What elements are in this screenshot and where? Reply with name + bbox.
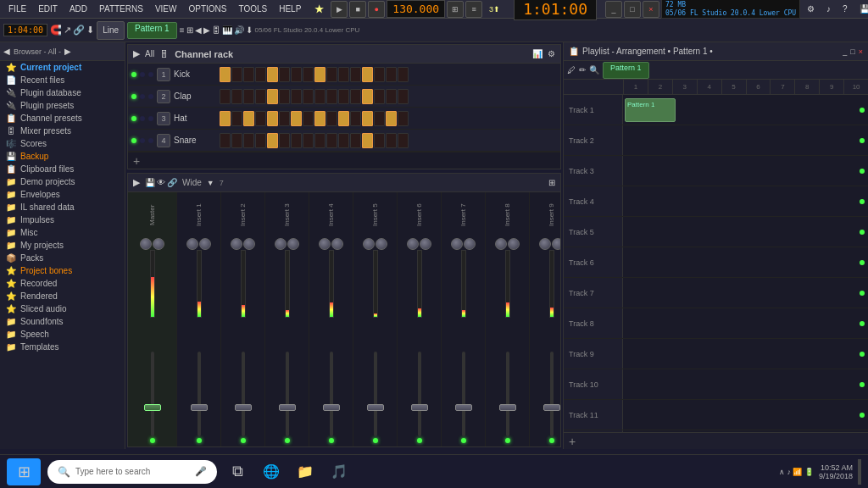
mixer-fader-handle-7[interactable] — [455, 404, 472, 411]
playlist-tool3[interactable]: 🔍 — [589, 65, 599, 75]
pad-2-9[interactable] — [326, 111, 337, 126]
sidebar-item-20[interactable]: 📁Soundfonts — [0, 315, 125, 328]
mixer-save-icon[interactable]: 💾 — [145, 178, 155, 187]
channel-mute-3[interactable] — [140, 138, 145, 143]
pad-1-9[interactable] — [326, 89, 337, 104]
sidebar-item-2[interactable]: 🔌Plugin database — [0, 86, 125, 99]
pad-0-9[interactable] — [326, 67, 337, 82]
mixer-pan-8[interactable] — [508, 238, 520, 250]
pad-0-8[interactable] — [314, 67, 326, 82]
mixer-fader-handle-6[interactable] — [411, 404, 428, 411]
icon-down[interactable]: ⬇ — [86, 25, 94, 36]
mixer-knob-8[interactable] — [495, 238, 507, 250]
sidebar-item-14[interactable]: 📁My projects — [0, 239, 125, 252]
icon-collapse[interactable]: ◀ — [195, 25, 202, 35]
sidebar-item-17[interactable]: ⭐Recorded — [0, 277, 125, 290]
mixer-mode-label[interactable]: Wide — [182, 178, 202, 187]
chrome-icon[interactable]: 🌐 — [258, 458, 285, 485]
pad-2-11[interactable] — [350, 111, 361, 126]
pad-1-7[interactable] — [303, 89, 314, 104]
mixer-knob-4[interactable] — [319, 238, 331, 250]
pad-2-14[interactable] — [386, 111, 397, 126]
mixer-arrow[interactable]: ▶ — [133, 177, 140, 188]
pad-3-12[interactable] — [362, 133, 373, 148]
icon-help[interactable]: ? — [837, 3, 853, 15]
pad-1-15[interactable] — [398, 89, 409, 104]
pad-0-13[interactable] — [374, 67, 385, 82]
channel-mute-0[interactable] — [140, 72, 145, 77]
explorer-icon[interactable]: 📁 — [292, 458, 319, 485]
sidebar-item-12[interactable]: 📁Impulses — [0, 214, 125, 226]
pad-0-5[interactable] — [279, 67, 290, 82]
playlist-track-content-11[interactable] — [623, 430, 868, 432]
mixer-knob-9[interactable] — [539, 238, 551, 250]
mixer-view-icon[interactable]: 👁 — [157, 178, 165, 187]
pad-3-13[interactable] — [374, 133, 385, 148]
sidebar-item-13[interactable]: 📁Misc — [0, 226, 125, 239]
playlist-min-icon[interactable]: _ — [843, 47, 847, 56]
mixer-knob-1[interactable] — [186, 238, 198, 250]
pad-1-0[interactable] — [220, 89, 231, 104]
pad-0-1[interactable] — [231, 67, 242, 82]
record-button[interactable]: ● — [368, 1, 385, 18]
mixer-active-led-5[interactable] — [373, 438, 378, 443]
playlist-track-content-5[interactable] — [623, 247, 868, 277]
mixer-active-led-9[interactable] — [549, 438, 554, 443]
sidebar-item-5[interactable]: 🎛Mixer presets — [0, 125, 125, 137]
sidebar-item-4[interactable]: 📋Channel presets — [0, 112, 125, 125]
mixer-knob-7[interactable] — [451, 238, 463, 250]
channel-solo-0[interactable] — [148, 72, 153, 77]
channel-led-2[interactable] — [131, 116, 136, 121]
pad-2-5[interactable] — [279, 111, 290, 126]
mixer-active-led-1[interactable] — [197, 438, 202, 443]
mixer-fader-handle-4[interactable] — [323, 404, 340, 411]
mixer-pan-1[interactable] — [199, 238, 211, 250]
menu-tools[interactable]: TOOLS — [233, 3, 272, 15]
pad-1-12[interactable] — [362, 89, 373, 104]
pad-2-10[interactable] — [338, 111, 349, 126]
playlist-track-content-7[interactable] — [623, 308, 868, 338]
pad-3-8[interactable] — [314, 133, 326, 148]
channel-rack-arrow[interactable]: ▶ — [133, 48, 140, 59]
channel-mute-2[interactable] — [140, 116, 145, 121]
pad-3-10[interactable] — [338, 133, 349, 148]
pad-1-11[interactable] — [350, 89, 361, 104]
pad-3-5[interactable] — [279, 133, 290, 148]
pad-1-2[interactable] — [243, 89, 254, 104]
mixer-fader-handle-3[interactable] — [279, 404, 296, 411]
pad-2-15[interactable] — [398, 111, 409, 126]
playlist-track-content-6[interactable] — [623, 278, 868, 308]
sidebar-item-0[interactable]: ⭐Current project — [0, 61, 125, 74]
playlist-close-icon[interactable]: × — [859, 47, 863, 56]
mixer-pan-3[interactable] — [287, 238, 299, 250]
mixer-pan-9[interactable] — [552, 238, 560, 250]
mixer-link-icon[interactable]: 🔗 — [167, 178, 177, 187]
playlist-track-content-10[interactable] — [623, 400, 868, 430]
pad-3-7[interactable] — [303, 133, 314, 148]
icon-save[interactable]: 💾 — [854, 3, 868, 15]
pad-3-11[interactable] — [350, 133, 361, 148]
pad-0-2[interactable] — [243, 67, 254, 82]
mixer-fader-handle-1[interactable] — [191, 404, 208, 411]
pad-1-13[interactable] — [374, 89, 385, 104]
pad-3-2[interactable] — [243, 133, 254, 148]
mixer-knob-0[interactable] — [140, 238, 152, 250]
channel-led-1[interactable] — [131, 94, 136, 99]
pad-1-10[interactable] — [338, 89, 349, 104]
sidebar-item-15[interactable]: 📦Packs — [0, 252, 125, 264]
pad-2-1[interactable] — [231, 111, 242, 126]
pad-3-0[interactable] — [220, 133, 231, 148]
playlist-track-content-2[interactable] — [623, 156, 868, 186]
menu-add[interactable]: ADD — [64, 3, 92, 15]
menu-patterns[interactable]: PATTERNS — [94, 3, 148, 15]
playlist-max-icon[interactable]: □ — [850, 47, 854, 56]
add-track-btn[interactable]: + — [569, 435, 576, 448]
playlist-tool2[interactable]: ✏ — [579, 65, 586, 75]
pattern-selector[interactable]: Pattern 1 — [127, 22, 177, 39]
pad-1-1[interactable] — [231, 89, 242, 104]
channel-led-0[interactable] — [131, 72, 136, 77]
mixer-fader-handle-5[interactable] — [367, 404, 384, 411]
playlist-track-content-4[interactable] — [623, 217, 868, 247]
icon-piano[interactable]: 🎹 — [222, 25, 232, 35]
icon-magnet[interactable]: 🧲 — [50, 25, 62, 36]
